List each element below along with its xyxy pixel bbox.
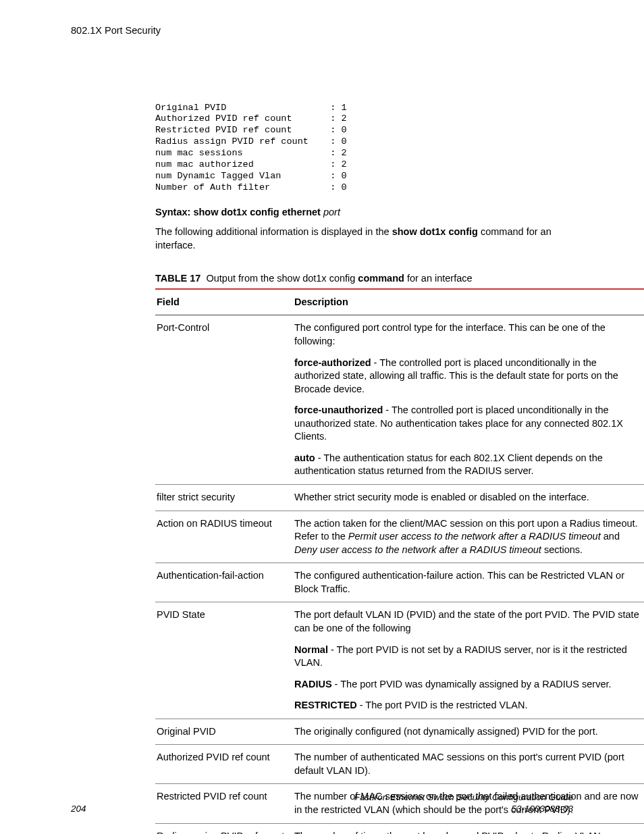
description-cell: The originally configured (not dynamical… [293,719,644,745]
description-para: Normal - The port PVID is not set by a R… [294,644,641,670]
table-caption-pre: Output from the show dot1x config [206,273,358,284]
table-caption: TABLE 17 Output from the show dot1x conf… [71,272,573,286]
col-description: Description [293,289,644,315]
description-para: force-unauthorized - The controlled port… [294,404,641,444]
syntax-label: Syntax: show dot1x config ethernet [155,207,321,217]
description-para: The configured authentication-failure ac… [294,569,641,596]
code-block: Original PVID : 1 Authorized PVID ref co… [71,103,573,194]
description-para: The action taken for the client/MAC sess… [294,517,641,557]
table-row: Authorized PVID ref countThe number of a… [155,745,644,784]
table-number: TABLE 17 [155,273,200,284]
page-footer: 204 FastIron Ethernet Switch Security Co… [71,792,573,815]
syntax-arg: port [323,207,340,217]
table-caption-bold: command [358,273,404,284]
description-para: auto - The authentication status for eac… [294,452,641,478]
field-cell: Authorized PVID ref count [155,745,293,784]
footer-title-2: 53-1003088-03 [354,804,573,815]
description-para: force-authorized - The controlled port i… [294,357,641,396]
follow-pre: The following additional information is … [155,226,392,237]
field-cell: Radius assign PVID ref count [155,823,293,834]
table-row: Action on RADIUS timeoutThe action taken… [155,511,644,563]
description-para: Whether strict security mode is enabled … [294,491,641,504]
table-row: PVID StateThe port default VLAN ID (PVID… [155,602,644,719]
table-row: Radius assign PVID ref countThe number o… [155,823,644,834]
description-cell: Whether strict security mode is enabled … [293,485,644,511]
description-para: The configured port control type for the… [294,321,641,348]
description-cell: The action taken for the client/MAC sess… [293,511,644,563]
field-cell: Authentication-fail-action [155,563,293,602]
table-row: Original PVIDThe originally configured (… [155,719,644,745]
description-para: RADIUS - The port PVID was dynamically a… [294,678,641,692]
description-cell: The number of times the port has changed… [293,823,644,834]
description-para: The port default VLAN ID (PVID) and the … [294,608,641,635]
table-row: Authentication-fail-actionThe configured… [155,563,644,602]
table-row: Port-ControlThe configured port control … [155,315,644,485]
field-cell: filter strict security [155,485,293,511]
syntax-line: Syntax: show dot1x config ethernet port [71,206,573,219]
description-cell: The configured port control type for the… [293,315,644,485]
description-cell: The port default VLAN ID (PVID) and the … [293,602,644,719]
description-cell: The number of authenticated MAC sessions… [293,745,644,784]
follow-cmd: show dot1x config [392,226,478,237]
description-para: The originally configured (not dynamical… [294,725,641,739]
description-para: The number of authenticated MAC sessions… [294,751,641,777]
description-para: RESTRICTED - The port PVID is the restri… [294,699,641,712]
page-number: 204 [71,803,86,815]
footer-title: FastIron Ethernet Switch Security Config… [354,792,573,815]
description-cell: The configured authentication-failure ac… [293,563,644,602]
table-header-row: Field Description [155,289,644,315]
running-header: 802.1X Port Security [71,24,573,38]
output-table: Field Description Port-ControlThe config… [155,288,644,834]
field-cell: Port-Control [155,315,293,485]
table-caption-post: for an interface [404,273,473,284]
field-cell: PVID State [155,602,293,719]
field-cell: Action on RADIUS timeout [155,511,293,563]
field-cell: Original PVID [155,719,293,745]
table-row: filter strict securityWhether strict sec… [155,485,644,511]
description-para: The number of times the port has changed… [294,830,641,834]
footer-title-1: FastIron Ethernet Switch Security Config… [354,792,573,804]
follow-text: The following additional information is … [71,226,573,252]
col-field: Field [155,289,293,315]
